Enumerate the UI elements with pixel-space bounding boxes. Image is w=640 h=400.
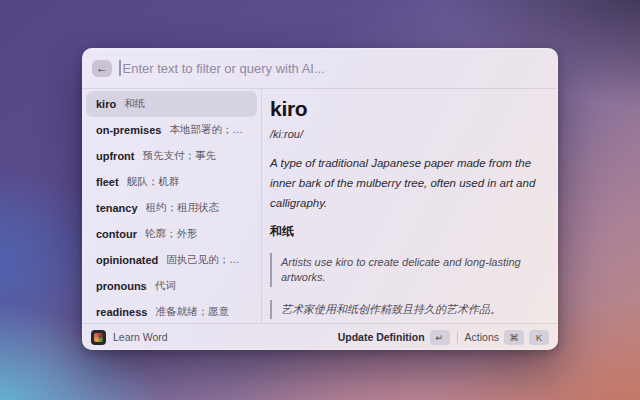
- learn-word-window: ← kiro 和纸 on-premises 本地部署的；在场所内的 upfron…: [82, 48, 558, 350]
- list-item[interactable]: opinionated 固执己见的；有主见的: [86, 247, 257, 273]
- word-translation: 代词: [155, 279, 176, 293]
- word-translation: 舰队；机群: [127, 175, 180, 189]
- list-item[interactable]: readiness 准备就绪；愿意: [86, 299, 257, 325]
- word-label: upfront: [96, 150, 134, 162]
- text-cursor: [119, 60, 121, 76]
- word-list: kiro 和纸 on-premises 本地部署的；在场所内的 upfront …: [82, 89, 262, 323]
- footer-bar: Learn Word Update Definition ↵ Actions ⌘…: [82, 323, 558, 350]
- list-item[interactable]: kiro 和纸: [86, 91, 257, 117]
- translation-heading: 和纸: [270, 223, 544, 240]
- app-icon: [91, 330, 106, 345]
- list-item[interactable]: fleet 舰队；机群: [86, 169, 257, 195]
- app-name: Learn Word: [113, 331, 168, 343]
- actions-button[interactable]: Actions ⌘ K: [465, 330, 549, 345]
- search-bar: ←: [82, 48, 558, 89]
- word-title: kiro: [270, 97, 544, 121]
- actions-label: Actions: [465, 331, 499, 343]
- list-item[interactable]: upfront 预先支付；事先: [86, 143, 257, 169]
- desktop-wallpaper: ← kiro 和纸 on-premises 本地部署的；在场所内的 upfron…: [0, 0, 640, 400]
- list-item[interactable]: tenancy 租约；租用状态: [86, 195, 257, 221]
- list-item[interactable]: on-premises 本地部署的；在场所内的: [86, 117, 257, 143]
- word-label: on-premises: [96, 124, 161, 136]
- word-translation: 轮廓；外形: [145, 227, 198, 241]
- word-label: contour: [96, 228, 137, 240]
- definition-text: A type of traditional Japanese paper mad…: [270, 153, 544, 213]
- footer-actions: Update Definition ↵ Actions ⌘ K: [338, 330, 549, 345]
- example-english: Artists use kiro to create delicate and …: [270, 253, 544, 287]
- word-label: kiro: [96, 98, 116, 110]
- word-translation: 租约；租用状态: [146, 201, 220, 215]
- word-label: tenancy: [96, 202, 138, 214]
- word-label: opinionated: [96, 254, 158, 266]
- example-chinese: 艺术家使用和纸创作精致且持久的艺术作品。: [270, 300, 544, 319]
- pronunciation: /kiːrou/: [270, 128, 544, 140]
- word-label: fleet: [96, 176, 119, 188]
- list-item[interactable]: pronouns 代词: [86, 273, 257, 299]
- enter-key-badge: ↵: [430, 330, 450, 345]
- back-arrow-icon: ←: [96, 62, 108, 74]
- word-translation: 本地部署的；在场所内的: [169, 123, 247, 137]
- word-translation: 预先支付；事先: [142, 149, 216, 163]
- word-translation: 固执己见的；有主见的: [166, 253, 247, 267]
- list-item[interactable]: contour 轮廓；外形: [86, 221, 257, 247]
- kiro-logo-icon: [94, 333, 103, 342]
- word-translation: 和纸: [124, 97, 145, 111]
- update-definition-label: Update Definition: [338, 331, 425, 343]
- word-translation: 准备就绪；愿意: [155, 305, 229, 319]
- cmd-key-badge: ⌘: [504, 330, 524, 345]
- content-area: kiro 和纸 on-premises 本地部署的；在场所内的 upfront …: [82, 89, 558, 323]
- footer-divider: [457, 332, 458, 343]
- search-input[interactable]: [123, 61, 549, 76]
- back-button[interactable]: ←: [92, 60, 112, 77]
- detail-panel: kiro /kiːrou/ A type of traditional Japa…: [262, 89, 558, 323]
- update-definition-button[interactable]: Update Definition ↵: [338, 330, 450, 345]
- word-label: pronouns: [96, 280, 147, 292]
- k-key-badge: K: [529, 330, 549, 345]
- word-label: readiness: [96, 306, 147, 318]
